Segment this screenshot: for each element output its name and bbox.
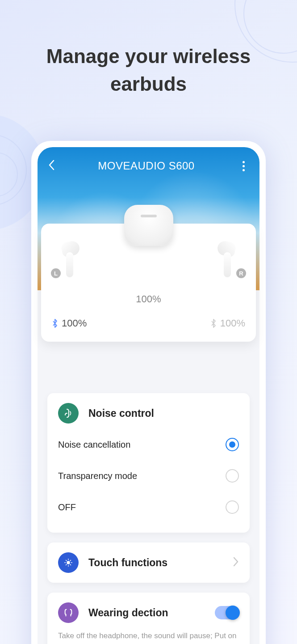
phone-frame: MOVEAUDIO S600 L [31, 141, 266, 644]
app-screen: MOVEAUDIO S600 L [38, 147, 259, 644]
bluetooth-icon [210, 318, 217, 328]
wearing-detection-card: Wearing dection Take off the headphone, … [47, 593, 250, 644]
more-button[interactable] [238, 161, 249, 171]
case-battery-percent: 100% [52, 293, 245, 305]
earbud-icon [58, 602, 79, 623]
svg-point-0 [67, 561, 70, 564]
radio-unselected-icon [226, 500, 239, 514]
noise-option-transparency[interactable]: Transparency mode [58, 460, 239, 491]
back-button[interactable] [48, 160, 54, 172]
promo-headline: Manage your wireless earbuds [0, 42, 297, 97]
chevron-right-icon [233, 556, 239, 569]
radio-selected-icon [226, 438, 239, 451]
wearing-detection-description: Take off the headphone, the sound will p… [58, 630, 239, 644]
device-title: MOVEAUDIO S600 [98, 160, 194, 172]
battery-status-card: L R 100% 100% 100% [41, 224, 256, 342]
touch-functions-title: Touch functions [88, 557, 167, 569]
earbud-right-image: R [218, 242, 237, 277]
bluetooth-icon [52, 318, 58, 328]
noise-control-card: Noise control Noise cancellation Transpa… [47, 393, 250, 533]
option-label: OFF [58, 502, 76, 513]
noise-option-off[interactable]: OFF [58, 491, 239, 523]
left-badge: L [51, 268, 61, 278]
radio-unselected-icon [226, 469, 239, 483]
noise-control-icon [58, 403, 79, 424]
wearing-detection-title: Wearing dection [88, 607, 168, 619]
noise-options: Noise cancellation Transparency mode OFF [58, 429, 239, 523]
wearing-detection-toggle[interactable] [215, 606, 239, 619]
noise-control-title: Noise control [88, 407, 154, 419]
noise-option-cancellation[interactable]: Noise cancellation [58, 429, 239, 460]
earbud-left-image: L [60, 242, 79, 277]
touch-icon [58, 552, 79, 573]
earbud-left: L [52, 242, 88, 277]
chevron-left-icon [48, 160, 54, 170]
touch-functions-card[interactable]: Touch functions [47, 542, 250, 583]
earbud-right: R [209, 242, 245, 277]
right-badge: R [236, 268, 246, 278]
app-bar: MOVEAUDIO S600 [38, 147, 259, 172]
option-label: Transparency mode [58, 471, 137, 481]
case-image [124, 205, 173, 246]
option-label: Noise cancellation [58, 440, 130, 450]
more-dots-icon [243, 161, 245, 163]
right-earbud-battery: 100% [210, 318, 245, 329]
left-earbud-battery: 100% [52, 318, 87, 329]
